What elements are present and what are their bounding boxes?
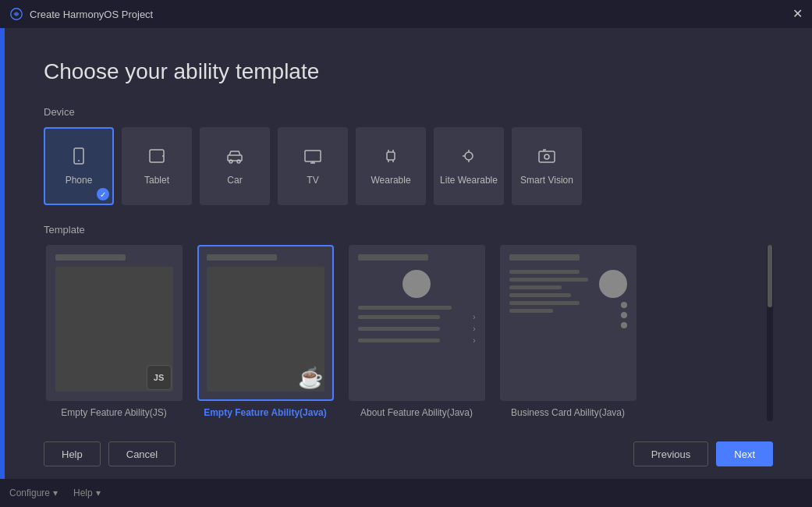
template-card-biz-java[interactable]: Business Card Ability(Java) (498, 245, 638, 421)
svg-rect-11 (387, 152, 395, 160)
template-section: Template JS Empty Feature Ability(JS) (44, 224, 773, 421)
biz-line-1 (509, 270, 580, 274)
biz-dot-2 (621, 312, 627, 318)
template-card-empty-js[interactable]: JS Empty Feature Ability(JS) (44, 245, 184, 421)
biz-line-3 (509, 285, 562, 289)
about-line-4: › (358, 336, 476, 345)
template-preview-empty-java: ☕ (197, 245, 334, 401)
template-section-label: Template (44, 224, 773, 236)
svg-point-2 (78, 160, 80, 161)
biz-dot-3 (621, 322, 627, 328)
car-icon (225, 147, 244, 170)
cancel-button[interactable]: Cancel (108, 441, 176, 466)
device-name-car: Car (227, 175, 242, 186)
template-name-about-java: About Feature Ability(Java) (360, 407, 473, 418)
lite-wearable-icon (459, 147, 478, 170)
biz-line-6 (509, 309, 554, 313)
device-name-lite-wearable: Lite Wearable (440, 175, 498, 186)
device-item-smart-vision[interactable]: Smart Vision (512, 127, 582, 205)
tablet-icon (147, 147, 166, 170)
help-label: Help (73, 488, 93, 498)
template-grid: JS Empty Feature Ability(JS) ☕ (44, 245, 764, 421)
device-item-car[interactable]: Car (200, 127, 270, 205)
template-preview-biz-java (500, 245, 636, 401)
content-area: Choose your ability template Device Phon… (0, 28, 812, 479)
close-button[interactable]: ✕ (792, 8, 803, 20)
phone-icon (69, 147, 88, 170)
svg-point-21 (544, 154, 549, 159)
preview-bar-about (358, 254, 429, 261)
preview-bar-biz (509, 254, 580, 261)
device-item-tablet[interactable]: Tablet (122, 127, 192, 205)
device-section: Device Phone ✓ (44, 106, 773, 224)
about-line-2a (358, 315, 441, 319)
svg-point-6 (229, 160, 232, 163)
title-bar-left: Create HarmonyOS Project (9, 7, 153, 21)
preview-bar-java (207, 254, 278, 261)
biz-line-2 (509, 278, 589, 282)
help-button[interactable]: Help (44, 441, 101, 466)
bottom-help[interactable]: Help ▾ (73, 488, 101, 498)
device-item-phone[interactable]: Phone ✓ (44, 127, 114, 205)
scrollbar-thumb[interactable] (768, 245, 772, 307)
about-avatar (402, 270, 431, 298)
window: Create HarmonyOS Project ✕ Choose your a… (0, 0, 812, 507)
biz-avatar (599, 270, 627, 298)
device-item-lite-wearable[interactable]: Lite Wearable (434, 127, 504, 205)
device-section-label: Device (44, 106, 773, 118)
svg-rect-20 (539, 151, 555, 162)
main-panel: Choose your ability template Device Phon… (5, 28, 812, 479)
template-preview-empty-js: JS (46, 245, 183, 401)
device-name-phone: Phone (66, 175, 93, 186)
previous-button[interactable]: Previous (633, 441, 709, 466)
biz-line-5 (509, 301, 580, 305)
template-card-empty-java[interactable]: ☕ Empty Feature Ability(Java) (195, 245, 335, 421)
about-arrow-3: › (473, 336, 475, 345)
biz-card-content (509, 267, 627, 392)
window-title: Create HarmonyOS Project (30, 9, 153, 20)
footer-left: Help Cancel (44, 441, 176, 466)
phone-check: ✓ (97, 188, 109, 200)
smart-vision-icon (537, 147, 556, 170)
svg-rect-3 (150, 150, 164, 162)
device-name-tv: TV (307, 175, 318, 186)
about-line-3a (358, 327, 441, 331)
configure-arrow: ▾ (53, 488, 58, 498)
svg-rect-8 (305, 151, 321, 161)
template-name-biz-java: Business Card Ability(Java) (511, 407, 625, 418)
about-line-2: › (358, 313, 476, 321)
next-button[interactable]: Next (716, 441, 773, 466)
help-arrow: ▾ (96, 488, 101, 498)
about-line-4a (358, 339, 441, 342)
wearable-icon (381, 147, 400, 170)
template-preview-about-java: › › › (349, 245, 485, 401)
biz-right (604, 270, 627, 388)
harmonyos-icon (9, 7, 23, 21)
footer: Help Cancel Previous Next (44, 429, 773, 479)
device-item-wearable[interactable]: Wearable (356, 127, 426, 205)
about-arrow-2: › (473, 324, 475, 333)
template-card-about-java[interactable]: › › › (346, 245, 487, 421)
configure-label: Configure (9, 488, 50, 498)
svg-point-7 (237, 160, 240, 163)
svg-point-16 (465, 152, 473, 160)
template-name-empty-js: Empty Feature Ability(JS) (61, 407, 166, 418)
about-line-1 (358, 306, 452, 310)
device-item-tv[interactable]: TV (278, 127, 348, 205)
device-name-wearable: Wearable (371, 175, 410, 186)
preview-content-js: JS (55, 267, 173, 392)
device-grid: Phone ✓ Tablet (44, 127, 773, 205)
coffee-icon: ☕ (298, 366, 323, 390)
bottom-configure[interactable]: Configure ▾ (9, 488, 58, 498)
biz-line-4 (509, 293, 571, 297)
device-name-tablet: Tablet (144, 175, 169, 186)
template-name-empty-java: Empty Feature Ability(Java) (204, 407, 327, 418)
scrollbar-track[interactable] (767, 245, 773, 421)
page-title: Choose your ability template (44, 59, 773, 84)
about-arrow-1: › (473, 313, 475, 321)
js-badge: JS (147, 365, 172, 390)
about-line-3: › (358, 324, 476, 333)
title-bar: Create HarmonyOS Project ✕ (0, 0, 812, 28)
template-grid-wrapper: JS Empty Feature Ability(JS) ☕ (44, 245, 773, 421)
bottom-bar: Configure ▾ Help ▾ (0, 479, 812, 507)
